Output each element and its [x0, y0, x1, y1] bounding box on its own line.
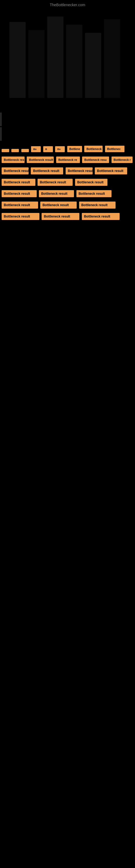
- result-item: Bottleneck result: [95, 167, 127, 175]
- svg-rect-4: [66, 25, 82, 98]
- line-indicator-2: [1, 127, 1, 141]
- result-item: Bottleneck result: [42, 213, 79, 220]
- result-item: Bottleneck result: [82, 213, 120, 220]
- result-item: Bottleneck res: [2, 156, 25, 163]
- result-item: Bottleneck result: [2, 190, 37, 197]
- svg-rect-2: [28, 30, 45, 98]
- result-item: [2, 149, 9, 152]
- result-item: Bottleneck result: [38, 179, 73, 186]
- page-wrapper: TheBottlenecker.com Bo B Bo Bottlene Bot…: [0, 0, 135, 225]
- result-item: Bottleneck result: [39, 190, 74, 197]
- line-indicator-1: [1, 113, 1, 126]
- result-item: Bottleneck re: [56, 156, 80, 163]
- result-item: Bo: [55, 146, 65, 152]
- svg-rect-5: [85, 33, 101, 98]
- result-item: Bottleneck result: [75, 179, 107, 186]
- svg-rect-3: [47, 17, 63, 98]
- result-item: Bottlenec: [105, 146, 125, 152]
- result-item: Bottleneck result: [31, 167, 63, 175]
- result-item: Bottleneck result: [2, 202, 38, 209]
- result-item: Bottleneck result: [40, 202, 77, 209]
- result-item: Bo: [31, 146, 41, 152]
- result-item: Bottleneck result: [65, 167, 93, 175]
- svg-rect-1: [9, 22, 26, 98]
- result-item: Bottleneck result: [27, 156, 54, 163]
- chart-area: [1, 8, 134, 112]
- result-item: Bottleneck result: [2, 179, 35, 186]
- result-item: Bottleneck r: [84, 146, 103, 152]
- result-item: Bottleneck result: [2, 213, 39, 220]
- result-item: Bottleneck r: [111, 156, 133, 163]
- result-item: B: [43, 146, 53, 152]
- result-item: [21, 149, 29, 152]
- result-item: Bottleneck resu: [82, 156, 109, 163]
- result-item: Bottlene: [67, 146, 82, 152]
- result-item: Bottleneck result: [77, 190, 111, 197]
- result-item: Bottleneck result: [79, 202, 116, 209]
- results-section: Bo B Bo Bottlene Bottleneck r Bottlenec …: [1, 142, 134, 225]
- result-item: Bottleneck result: [2, 167, 29, 175]
- svg-rect-6: [104, 19, 120, 98]
- site-title: TheBottlenecker.com: [1, 0, 134, 8]
- result-item: [11, 149, 19, 152]
